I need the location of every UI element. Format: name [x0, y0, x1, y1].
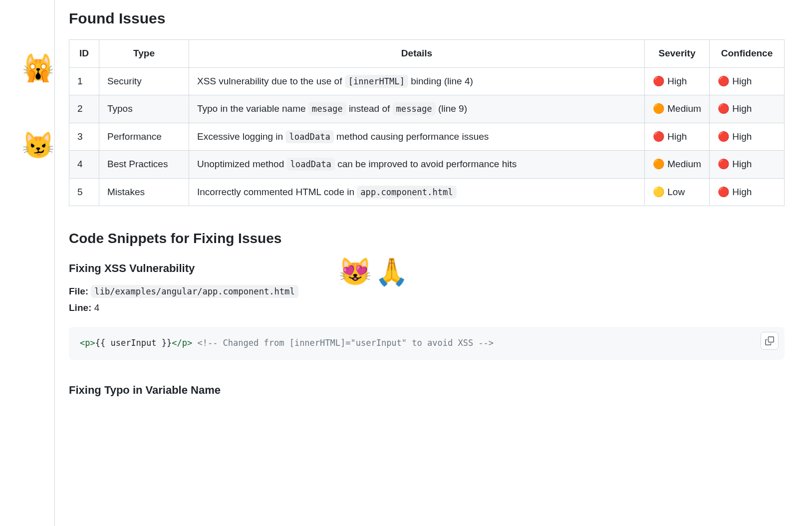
cell-type: Security — [99, 67, 189, 95]
table-header-row: ID Type Details Severity Confidence — [69, 40, 785, 68]
col-details: Details — [189, 40, 645, 68]
details-text: method causing performance issues — [334, 131, 489, 142]
copy-button[interactable] — [761, 332, 779, 350]
details-text: Incorrectly commented HTML code in — [197, 187, 357, 197]
cell-type: Typos — [99, 95, 189, 123]
cell-id: 4 — [69, 151, 99, 179]
issues-table: ID Type Details Severity Confidence 1 Se… — [69, 39, 785, 206]
code-tag-close: </p> — [172, 338, 192, 348]
cell-severity: 🟠 Medium — [645, 95, 710, 123]
left-rail: 🙀 😼 — [0, 0, 55, 526]
cell-severity: 🔴 High — [645, 67, 710, 95]
table-row: 1 Security XSS vulnerability due to the … — [69, 67, 785, 95]
line-line: Line: 4 — [69, 301, 785, 315]
cell-type: Best Practices — [99, 151, 189, 179]
found-issues-heading: Found Issues — [69, 7, 785, 29]
details-code: app.component.html — [357, 186, 456, 199]
cell-severity: 🔴 High — [645, 123, 710, 151]
smirk-cat-icon: 😼 — [22, 132, 54, 158]
code-snippets-heading: Code Snippets for Fixing Issues — [69, 228, 785, 249]
heart-eyes-cat-icon: 😻 — [338, 258, 372, 285]
code-interp: {{ userInput }} — [95, 338, 172, 348]
cell-confidence: 🔴 High — [710, 123, 785, 151]
table-row: 4 Best Practices Unoptimized method load… — [69, 151, 785, 179]
cell-id: 5 — [69, 178, 99, 206]
details-text: Typo in the variable name — [197, 103, 308, 114]
details-text: Unoptimized method — [197, 159, 287, 169]
line-label: Line: — [69, 302, 91, 313]
cell-details: XSS vulnerability due to the use of [inn… — [189, 67, 645, 95]
col-severity: Severity — [645, 40, 710, 68]
table-row: 5 Mistakes Incorrectly commented HTML co… — [69, 178, 785, 206]
pray-icon: 🙏 — [375, 258, 408, 285]
cell-id: 3 — [69, 123, 99, 151]
cell-details: Unoptimized method loadData can be impro… — [189, 151, 645, 179]
details-code: loadData — [285, 130, 333, 143]
cell-id: 2 — [69, 95, 99, 123]
content: Found Issues ID Type Details Severity Co… — [55, 0, 799, 526]
table-row: 3 Performance Excessive logging in loadD… — [69, 123, 785, 151]
details-text: binding (line 4) — [408, 76, 473, 86]
details-text: can be improved to avoid performance hit… — [335, 159, 517, 169]
details-text: (line 9) — [436, 103, 467, 114]
col-confidence: Confidence — [710, 40, 785, 68]
col-id: ID — [69, 40, 99, 68]
cell-type: Mistakes — [99, 178, 189, 206]
fix-typo-heading: Fixing Typo in Variable Name — [69, 382, 785, 398]
code-tag-open: <p> — [80, 338, 95, 348]
col-type: Type — [99, 40, 189, 68]
cell-id: 1 — [69, 67, 99, 95]
line-number: 4 — [94, 302, 100, 313]
details-text: instead of — [346, 103, 393, 114]
floating-emoji-group: 😻 🙏 — [338, 258, 408, 285]
details-code: loadData — [287, 158, 335, 171]
table-row: 2 Typos Typo in the variable name mesage… — [69, 95, 785, 123]
cell-details: Incorrectly commented HTML code in app.c… — [189, 178, 645, 206]
copy-icon — [765, 336, 774, 345]
file-path: lib/examples/angular/app.component.html — [91, 285, 298, 298]
file-line: File: lib/examples/angular/app.component… — [69, 284, 785, 299]
details-text: XSS vulnerability due to the use of — [197, 76, 345, 86]
code-block: <p>{{ userInput }}</p> <!-- Changed from… — [69, 327, 785, 360]
details-code: message — [393, 102, 436, 115]
cell-details: Excessive logging in loadData method cau… — [189, 123, 645, 151]
details-code: mesage — [308, 102, 346, 115]
cell-confidence: 🔴 High — [710, 178, 785, 206]
cell-confidence: 🔴 High — [710, 151, 785, 179]
page: 🙀 😼 Found Issues ID Type Details Severit… — [0, 0, 812, 526]
details-code: [innerHTML] — [345, 75, 408, 88]
fix-xss-heading: Fixing XSS Vulnerability — [69, 260, 785, 276]
scream-cat-icon: 🙀 — [22, 55, 54, 81]
fix-xss-section: Fixing XSS Vulnerability 😻 🙏 File: lib/e… — [69, 260, 785, 360]
cell-type: Performance — [99, 123, 189, 151]
cell-confidence: 🔴 High — [710, 95, 785, 123]
cell-severity: 🟡 Low — [645, 178, 710, 206]
cell-confidence: 🔴 High — [710, 67, 785, 95]
cell-details: Typo in the variable name mesage instead… — [189, 95, 645, 123]
code-comment: <!-- Changed from [innerHTML]="userInput… — [192, 338, 494, 348]
file-label: File: — [69, 286, 88, 296]
cell-severity: 🟠 Medium — [645, 151, 710, 179]
details-text: Excessive logging in — [197, 131, 285, 142]
